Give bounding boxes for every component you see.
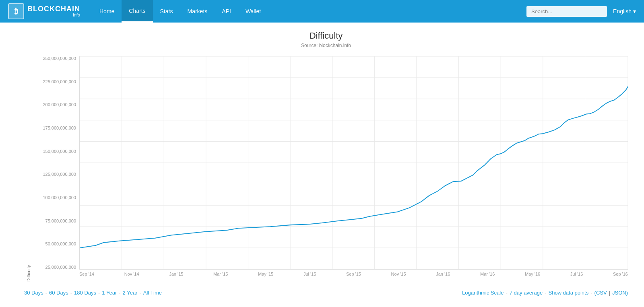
x-tick-sep16: Sep '16: [613, 272, 628, 276]
link-csv[interactable]: (CSV: [594, 290, 607, 296]
x-tick-sep15: Sep '15: [346, 272, 361, 276]
search-input[interactable]: [526, 6, 607, 17]
x-tick-nov15: Nov '15: [391, 272, 406, 276]
chart-area: 250,000,000,000 225,000,000,000 200,000,…: [31, 56, 628, 282]
link-log-scale[interactable]: Logarithmic Scale: [462, 290, 504, 296]
x-tick-may15: May '15: [258, 272, 273, 276]
language-selector[interactable]: English ▾: [613, 8, 636, 14]
chart-wrapper: Difficulty 250,000,000,000 225,000,000,0…: [24, 56, 628, 282]
link-180-days[interactable]: 180 Days: [74, 290, 96, 296]
x-tick-nov14: Nov '14: [124, 272, 139, 276]
chart-title: Difficulty: [24, 31, 628, 41]
link-60-days[interactable]: 60 Days: [49, 290, 68, 296]
x-tick-mar15: Mar '15: [213, 272, 228, 276]
logo-area: ₿ BLOCKCHAIN info: [8, 3, 80, 19]
y-tick-3: 200,000,000,000: [31, 103, 79, 107]
language-label: English: [613, 8, 632, 14]
logo-text: BLOCKCHAIN info: [27, 5, 80, 17]
y-tick-7: 100,000,000,000: [31, 196, 79, 200]
x-tick-mar16: Mar '16: [480, 272, 495, 276]
main-nav: Home Charts Stats Markets API Wallet: [92, 0, 526, 23]
nav-home[interactable]: Home: [92, 0, 122, 23]
x-axis: Sep '14 Nov '14 Jan '15 Mar '15 May '15 …: [79, 270, 628, 282]
y-tick-6: 125,000,000,000: [31, 172, 79, 177]
nav-wallet[interactable]: Wallet: [238, 0, 268, 23]
main-content: Difficulty Source: blockchain.info Diffi…: [0, 23, 644, 307]
x-tick-may16: May '16: [525, 272, 540, 276]
link-2-year[interactable]: 2 Year: [123, 290, 138, 296]
x-tick-jan15: Jan '15: [169, 272, 183, 276]
x-tick-jul16: Jul '16: [570, 272, 583, 276]
x-tick-jul15: Jul '15: [303, 272, 316, 276]
chart-source: Source: blockchain.info: [24, 43, 628, 48]
y-tick-1: 250,000,000,000: [31, 56, 79, 61]
y-axis-label: Difficulty: [24, 56, 31, 282]
y-tick-9: 50,000,000,000: [31, 242, 79, 246]
footer-left: 30 Days - 60 Days - 180 Days - 1 Year - …: [24, 290, 162, 296]
y-tick-2: 225,000,000,000: [31, 80, 79, 84]
header-right: English ▾: [526, 6, 636, 17]
y-axis: 250,000,000,000 225,000,000,000 200,000,…: [31, 56, 79, 270]
y-tick-8: 75,000,000,000: [31, 219, 79, 223]
y-tick-10: 25,000,000,000: [31, 265, 79, 270]
x-tick-sep14: Sep '14: [79, 272, 94, 276]
footer-links: 30 Days - 60 Days - 180 Days - 1 Year - …: [24, 284, 628, 300]
y-tick-4: 175,000,000,000: [31, 126, 79, 130]
link-7-day-avg[interactable]: 7 day average: [510, 290, 543, 296]
header: ₿ BLOCKCHAIN info Home Charts Stats Mark…: [0, 0, 644, 23]
nav-markets[interactable]: Markets: [180, 0, 215, 23]
link-show-data-points[interactable]: Show data points: [548, 290, 588, 296]
link-json[interactable]: JSON): [612, 290, 628, 296]
nav-charts[interactable]: Charts: [122, 0, 153, 23]
link-1-year[interactable]: 1 Year: [102, 290, 117, 296]
nav-stats[interactable]: Stats: [153, 0, 180, 23]
logo-icon: ₿: [8, 3, 24, 19]
nav-api[interactable]: API: [215, 0, 238, 23]
x-tick-jan16: Jan '16: [436, 272, 450, 276]
link-all-time[interactable]: All Time: [143, 290, 162, 296]
chart-svg: [80, 56, 628, 269]
chevron-down-icon: ▾: [633, 8, 636, 14]
link-30-days[interactable]: 30 Days: [24, 290, 43, 296]
logo-main-text: BLOCKCHAIN: [27, 5, 80, 12]
footer-right: Logarithmic Scale - 7 day average - Show…: [462, 290, 628, 296]
y-tick-5: 150,000,000,000: [31, 149, 79, 154]
logo-sub-text: info: [27, 12, 80, 17]
chart-plot: [79, 56, 628, 270]
